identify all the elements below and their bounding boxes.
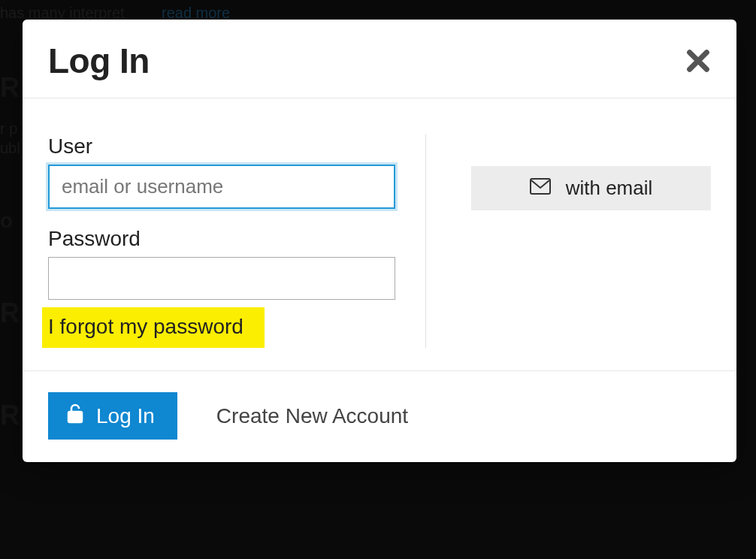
user-input[interactable]: [48, 165, 395, 209]
dialog-title: Log In: [48, 41, 150, 81]
close-icon: [685, 48, 711, 74]
close-button[interactable]: [685, 48, 711, 74]
create-account-link[interactable]: Create New Account: [216, 404, 408, 428]
forgot-password-link[interactable]: I forgot my password: [42, 315, 243, 338]
svg-rect-0: [531, 179, 550, 194]
login-dialog: Log In User Password I forgot my passwor…: [23, 20, 736, 462]
user-label: User: [48, 134, 395, 159]
forgot-password-highlight: I forgot my password: [42, 307, 265, 348]
dialog-footer: Log In Create New Account: [23, 370, 736, 447]
alt-login-column: with email: [425, 134, 711, 348]
login-form-column: User Password I forgot my password: [48, 134, 425, 348]
unlock-icon: [66, 403, 84, 429]
svg-rect-1: [68, 412, 82, 422]
dialog-body: User Password I forgot my password with …: [23, 98, 736, 370]
email-button-label: with email: [566, 177, 653, 200]
password-label: Password: [48, 227, 395, 251]
login-button[interactable]: Log In: [48, 392, 177, 440]
password-input[interactable]: [48, 257, 395, 300]
dialog-header: Log In: [23, 20, 736, 98]
login-button-label: Log In: [96, 404, 155, 428]
login-with-email-button[interactable]: with email: [471, 166, 711, 210]
envelope-icon: [530, 177, 551, 200]
